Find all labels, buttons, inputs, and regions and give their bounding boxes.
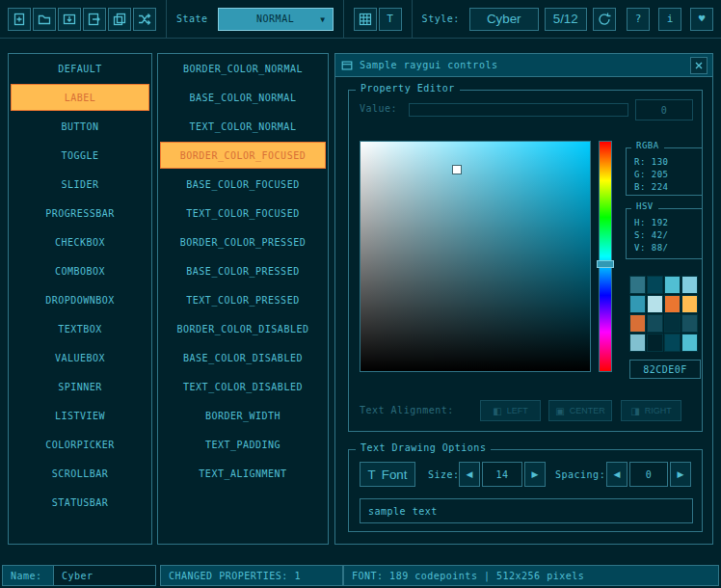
color-swatch[interactable]: [681, 276, 698, 294]
save-file-button[interactable]: [58, 8, 81, 31]
style-index-button[interactable]: 5/12: [545, 8, 587, 31]
control-item-dropdownbox[interactable]: DROPDOWNBOX: [9, 285, 151, 314]
color-swatch[interactable]: [629, 276, 646, 294]
spacing-label: Spacing:: [555, 469, 605, 480]
control-item-listview[interactable]: LISTVIEW: [9, 401, 151, 430]
hue-slider[interactable]: [599, 141, 612, 372]
property-item-text_color_disabled[interactable]: TEXT_COLOR_DISABLED: [158, 372, 328, 401]
size-label: Size:: [428, 469, 460, 480]
color-swatch[interactable]: [629, 334, 646, 352]
style-name-input[interactable]: Cyber: [53, 565, 156, 586]
property-item-text_padding[interactable]: TEXT_PADDING: [158, 430, 328, 459]
color-swatch-grid: [629, 276, 698, 352]
text-t-icon: T: [368, 468, 376, 482]
file-new-button[interactable]: [8, 8, 31, 31]
align-left-button[interactable]: ◧ LEFT: [480, 400, 541, 421]
control-item-scrollbar[interactable]: SCROLLBAR: [9, 459, 151, 488]
color-swatch[interactable]: [664, 276, 681, 294]
color-swatch[interactable]: [629, 314, 646, 333]
color-swatch[interactable]: [647, 276, 663, 294]
window-close-button[interactable]: [690, 57, 708, 74]
size-increase-button[interactable]: ▶: [524, 462, 546, 487]
spacing-decrease-button[interactable]: ◀: [606, 462, 628, 487]
control-item-default[interactable]: DEFAULT: [9, 54, 151, 83]
control-item-statusbar[interactable]: STATUSBAR: [9, 488, 151, 517]
about-button[interactable]: i: [658, 8, 681, 31]
property-item-base_color_normal[interactable]: BASE_COLOR_NORMAL: [158, 83, 328, 112]
property-item-text_color_pressed[interactable]: TEXT_COLOR_PRESSED: [158, 285, 328, 314]
value-box[interactable]: 0: [635, 99, 693, 120]
control-item-progressbar[interactable]: PROGRESSBAR: [9, 199, 151, 227]
control-item-valuebox[interactable]: VALUEBOX: [9, 343, 151, 372]
font-editor-button[interactable]: T: [379, 8, 402, 31]
style-name-button[interactable]: Cyber: [469, 8, 539, 31]
property-item-base_color_disabled[interactable]: BASE_COLOR_DISABLED: [158, 343, 328, 372]
color-swatch[interactable]: [681, 334, 698, 352]
sample-text-input[interactable]: sample text: [360, 498, 693, 523]
window-titlebar[interactable]: Sample raygui controls: [335, 54, 712, 77]
property-item-border_color_pressed[interactable]: BORDER_COLOR_PRESSED: [158, 227, 328, 256]
control-item-textbox[interactable]: TEXTBOX: [9, 314, 151, 343]
align-center-button[interactable]: ▣ CENTER: [548, 400, 612, 421]
spacing-increase-button[interactable]: ▶: [670, 462, 691, 487]
arrow-left-icon: ◀: [467, 469, 473, 479]
window-title: Sample raygui controls: [360, 60, 497, 70]
color-swatch[interactable]: [664, 334, 681, 352]
window-icon: [340, 59, 354, 72]
color-swatch[interactable]: [664, 295, 681, 313]
color-swatch[interactable]: [647, 314, 663, 333]
style-name-text: Cyber: [62, 571, 93, 581]
file-new-icon: [12, 12, 27, 27]
control-item-colorpicker[interactable]: COLORPICKER: [9, 430, 151, 459]
property-item-base_color_focused[interactable]: BASE_COLOR_FOCUSED: [158, 170, 328, 199]
size-value-box[interactable]: 14: [482, 462, 522, 487]
sample-text-value: sample text: [368, 506, 438, 517]
align-right-button[interactable]: ◨ RIGHT: [621, 400, 681, 421]
copy-style-button[interactable]: [108, 8, 131, 31]
reload-style-button[interactable]: [593, 8, 616, 31]
color-swatch[interactable]: [664, 314, 681, 333]
reload-icon: [597, 12, 612, 27]
control-item-button[interactable]: BUTTON: [9, 112, 151, 141]
random-style-button[interactable]: [133, 8, 156, 31]
property-item-base_color_pressed[interactable]: BASE_COLOR_PRESSED: [158, 256, 328, 285]
open-file-button[interactable]: [33, 8, 56, 31]
size-value: 14: [495, 469, 508, 480]
rgba-b-value: B: 224: [634, 181, 702, 194]
color-picker-cursor[interactable]: [453, 166, 461, 174]
property-item-text_color_focused[interactable]: TEXT_COLOR_FOCUSED: [158, 199, 328, 227]
hsv-v-value: V: 88/: [634, 242, 702, 254]
color-picker-panel[interactable]: [360, 141, 591, 372]
control-item-label[interactable]: LABEL: [11, 84, 149, 111]
size-decrease-button[interactable]: ◀: [459, 462, 480, 487]
state-label: State: [176, 13, 208, 24]
color-swatch[interactable]: [681, 295, 698, 313]
color-swatch[interactable]: [629, 295, 646, 313]
property-item-text_color_normal[interactable]: TEXT_COLOR_NORMAL: [158, 112, 328, 141]
color-swatch[interactable]: [681, 314, 698, 333]
control-item-toggle[interactable]: TOGGLE: [9, 141, 151, 170]
hex-color-input[interactable]: 82CDE0F: [629, 360, 701, 379]
property-item-border_color_normal[interactable]: BORDER_COLOR_NORMAL: [158, 54, 328, 83]
property-item-border_color_disabled[interactable]: BORDER_COLOR_DISABLED: [158, 314, 328, 343]
hue-slider-handle[interactable]: [597, 260, 614, 268]
property-item-border_width[interactable]: BORDER_WIDTH: [158, 401, 328, 430]
align-left-icon: ◧: [493, 406, 501, 416]
property-item-border_color_focused[interactable]: BORDER_COLOR_FOCUSED: [160, 142, 326, 169]
control-item-spinner[interactable]: SPINNER: [9, 372, 151, 401]
help-button[interactable]: ?: [627, 8, 650, 31]
style-table-button[interactable]: [354, 8, 377, 31]
property-item-text_alignment[interactable]: TEXT_ALIGNMENT: [158, 459, 328, 488]
control-item-combobox[interactable]: COMBOBOX: [9, 256, 151, 285]
value-slider[interactable]: [409, 103, 628, 117]
color-swatch[interactable]: [647, 334, 663, 352]
color-swatch[interactable]: [647, 295, 663, 313]
spacing-value-box[interactable]: 0: [629, 462, 668, 487]
control-item-checkbox[interactable]: CHECKBOX: [9, 227, 151, 256]
font-button[interactable]: T Font: [360, 462, 415, 487]
sponsor-button[interactable]: ♥: [690, 8, 713, 31]
export-file-button[interactable]: [83, 8, 106, 31]
hsv-title: HSV: [631, 201, 658, 211]
control-item-slider[interactable]: SLIDER: [9, 170, 151, 199]
state-dropdown[interactable]: NORMAL ▼: [218, 8, 334, 31]
